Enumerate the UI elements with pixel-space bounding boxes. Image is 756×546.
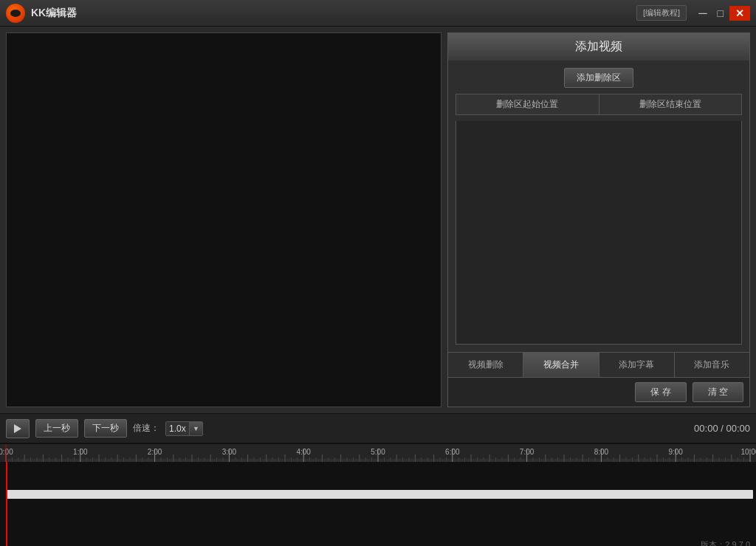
close-button[interactable]: ✕ <box>729 6 750 21</box>
minimize-button[interactable]: ─ <box>694 5 711 21</box>
right-inner: 添加视频 添加删除区 删除区起始位置 删除区结束位置 视频删除 视频合并 添加字… <box>447 32 750 407</box>
panel-tabs: 视频删除 视频合并 添加字幕 添加音乐 <box>447 352 750 378</box>
panel-bottom-buttons: 保 存 清 空 <box>447 378 750 407</box>
play-button[interactable] <box>6 419 30 438</box>
timeline-track-bar <box>6 490 753 499</box>
panel-body: 添加删除区 删除区起始位置 删除区结束位置 <box>447 61 750 352</box>
video-preview <box>6 32 441 407</box>
svg-marker-0 <box>14 424 21 433</box>
tab-add-music[interactable]: 添加音乐 <box>675 353 749 377</box>
timeline-area[interactable]: 版本：2.9.7.0 <box>0 443 756 546</box>
prev-second-button[interactable]: 上一秒 <box>35 419 78 438</box>
timeline-ruler <box>0 444 756 462</box>
time-display: 00:00 / 00:00 <box>694 423 750 434</box>
next-second-button[interactable]: 下一秒 <box>84 419 127 438</box>
speed-label: 倍速： <box>133 422 159 435</box>
app-title: KK编辑器 <box>31 7 636 20</box>
delete-table-body <box>456 121 742 345</box>
help-button[interactable]: [编辑教程] <box>636 5 687 21</box>
tab-add-subtitle[interactable]: 添加字幕 <box>599 353 675 377</box>
app-logo <box>6 4 25 23</box>
timeline-track-area[interactable]: 版本：2.9.7.0 <box>0 462 756 546</box>
col-start: 删除区起始位置 <box>456 94 599 114</box>
panel-header: 添加视频 <box>447 32 750 61</box>
title-controls: [编辑教程] ─ □ ✕ <box>636 5 750 21</box>
ruler-canvas <box>0 444 756 462</box>
timeline-playhead <box>6 462 7 546</box>
maximize-button[interactable]: □ <box>713 6 728 21</box>
speed-dropdown-arrow: ▼ <box>189 422 202 435</box>
col-end: 删除区结束位置 <box>599 94 742 114</box>
version-text: 版本：2.9.7.0 <box>701 539 750 546</box>
right-panel: 添加视频 添加删除区 删除区起始位置 删除区结束位置 视频删除 视频合并 添加字… <box>447 32 750 407</box>
save-button[interactable]: 保 存 <box>635 382 686 402</box>
title-bar: KK编辑器 [编辑教程] ─ □ ✕ <box>0 0 756 27</box>
speed-select-container[interactable]: 0.5x 1.0x 1.5x 2.0x ▼ <box>165 421 203 436</box>
controls-bar: 上一秒 下一秒 倍速： 0.5x 1.0x 1.5x 2.0x ▼ 00:00 … <box>0 413 756 443</box>
add-delete-region-button[interactable]: 添加删除区 <box>564 68 633 88</box>
speed-select[interactable]: 0.5x 1.0x 1.5x 2.0x <box>166 422 189 435</box>
tab-video-merge[interactable]: 视频合并 <box>523 353 599 377</box>
tab-video-delete[interactable]: 视频删除 <box>448 353 523 377</box>
delete-table-header: 删除区起始位置 删除区结束位置 <box>456 94 742 115</box>
main-content: 添加视频 添加删除区 删除区起始位置 删除区结束位置 视频删除 视频合并 添加字… <box>0 27 756 413</box>
clear-button[interactable]: 清 空 <box>693 382 743 402</box>
